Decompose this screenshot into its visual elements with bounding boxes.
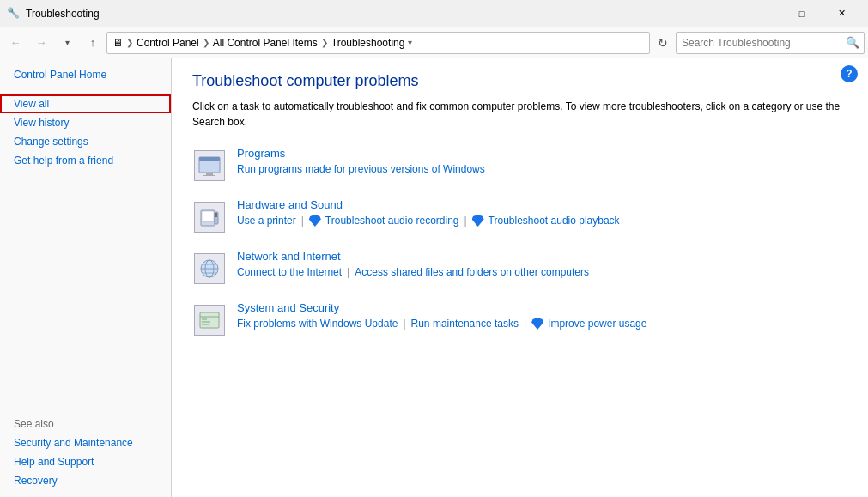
shield-icon-1 xyxy=(309,215,321,227)
maximize-button[interactable]: □ xyxy=(782,0,822,27)
sidebar-item-security-maintenance[interactable]: Security and Maintenance xyxy=(0,433,171,452)
path-arrow-3: ❯ xyxy=(321,38,328,47)
sidebar-item-get-help[interactable]: Get help from a friend xyxy=(0,151,171,170)
forward-button[interactable]: → xyxy=(29,31,53,55)
network-title[interactable]: Network and Internet xyxy=(237,250,341,263)
fix-windows-update-link[interactable]: Fix problems with Windows Update xyxy=(237,318,398,330)
system-info: System and Security Fix problems with Wi… xyxy=(237,301,847,330)
sidebar-item-control-panel-home[interactable]: Control Panel Home xyxy=(0,65,171,84)
shield-audio-playback: Troubleshoot audio playback xyxy=(472,215,620,227)
shield-icon-2 xyxy=(472,215,484,227)
path-segment-troubleshooting: Troubleshooting xyxy=(331,37,405,49)
path-arrow-2: ❯ xyxy=(203,38,209,47)
sidebar-spacer xyxy=(0,170,171,413)
system-icon-inner xyxy=(194,305,225,336)
search-input[interactable] xyxy=(677,37,841,49)
sidebar-item-recovery[interactable]: Recovery xyxy=(0,471,171,490)
sep-1: | xyxy=(301,215,304,227)
troubleshoot-audio-playback-link[interactable]: Troubleshoot audio playback xyxy=(489,215,620,227)
dropdown-nav-button[interactable]: ▾ xyxy=(55,31,79,55)
path-dropdown-button[interactable]: ▾ xyxy=(408,38,412,47)
network-icon-inner xyxy=(194,253,225,284)
search-box: 🔍 xyxy=(676,32,865,54)
svg-rect-18 xyxy=(202,324,209,325)
hardware-svg xyxy=(197,205,222,229)
title-bar-buttons: – □ ✕ xyxy=(743,0,861,27)
system-icon xyxy=(192,303,227,337)
page-description: Click on a task to automatically trouble… xyxy=(192,99,847,130)
programs-icon xyxy=(192,148,227,183)
svg-rect-5 xyxy=(202,211,214,221)
shield-power: Improve power usage xyxy=(531,318,646,330)
path-arrow-1: ❯ xyxy=(126,38,133,47)
svg-rect-17 xyxy=(202,321,210,323)
network-links: Connect to the Internet | Access shared … xyxy=(237,266,847,278)
programs-icon-inner xyxy=(194,150,225,181)
sidebar-item-view-history[interactable]: View history xyxy=(0,113,171,132)
sep-2: | xyxy=(464,215,466,227)
svg-rect-16 xyxy=(202,318,207,320)
see-also-label: See also xyxy=(0,413,171,433)
category-row-network: Network and Internet Connect to the Inte… xyxy=(192,250,847,286)
sidebar-item-change-settings[interactable]: Change settings xyxy=(0,132,171,151)
network-svg xyxy=(197,257,222,281)
hardware-icon-inner xyxy=(194,202,225,233)
sidebar-divider-1 xyxy=(0,84,171,94)
sep-3: | xyxy=(347,266,349,278)
svg-point-8 xyxy=(215,215,217,217)
hardware-title[interactable]: Hardware and Sound xyxy=(237,198,343,211)
category-row-system: System and Security Fix problems with Wi… xyxy=(192,301,847,337)
title-bar-text: Troubleshooting xyxy=(26,8,743,20)
page-title: Troubleshoot computer problems xyxy=(192,72,847,90)
system-title[interactable]: System and Security xyxy=(237,301,339,314)
hardware-icon xyxy=(192,200,227,234)
run-maintenance-link[interactable]: Run maintenance tasks xyxy=(411,318,519,330)
refresh-button[interactable]: ↻ xyxy=(652,32,674,54)
up-button[interactable]: ↑ xyxy=(81,31,105,55)
system-links: Fix problems with Windows Update | Run m… xyxy=(237,318,847,330)
hardware-links: Use a printer | Troubleshoot audio recor… xyxy=(237,215,847,227)
shield-audio-recording: Troubleshoot audio recording xyxy=(309,215,459,227)
main-container: Control Panel Home View all View history… xyxy=(0,58,868,497)
programs-svg xyxy=(197,154,222,178)
category-row-hardware: Hardware and Sound Use a printer | Troub… xyxy=(192,198,847,234)
run-programs-link[interactable]: Run programs made for previous versions … xyxy=(237,163,485,175)
network-icon xyxy=(192,252,227,286)
hardware-info: Hardware and Sound Use a printer | Troub… xyxy=(237,198,847,227)
content-area: ? Troubleshoot computer problems Click o… xyxy=(172,58,868,497)
programs-links: Run programs made for previous versions … xyxy=(237,163,847,175)
system-svg xyxy=(197,308,222,332)
help-button[interactable]: ? xyxy=(841,65,858,82)
path-segment-all-items: All Control Panel Items xyxy=(213,37,318,49)
shield-icon-3 xyxy=(531,318,543,330)
use-printer-link[interactable]: Use a printer xyxy=(237,215,296,227)
svg-point-7 xyxy=(215,213,217,215)
svg-rect-2 xyxy=(206,173,213,175)
sidebar-item-help-support[interactable]: Help and Support xyxy=(0,452,171,471)
connect-internet-link[interactable]: Connect to the Internet xyxy=(237,266,342,278)
access-shared-link[interactable]: Access shared files and folders on other… xyxy=(355,266,589,278)
address-bar: ← → ▾ ↑ 🖥 ❯ Control Panel ❯ All Control … xyxy=(0,27,868,58)
search-button[interactable]: 🔍 xyxy=(841,32,864,54)
improve-power-link[interactable]: Improve power usage xyxy=(548,318,646,330)
network-info: Network and Internet Connect to the Inte… xyxy=(237,250,847,278)
programs-info: Programs Run programs made for previous … xyxy=(237,147,847,175)
category-row-programs: Programs Run programs made for previous … xyxy=(192,147,847,183)
path-segment-1: 🖥 xyxy=(112,37,123,49)
sidebar-item-view-all[interactable]: View all xyxy=(0,94,171,113)
back-button[interactable]: ← xyxy=(3,31,27,55)
svg-rect-3 xyxy=(203,175,215,176)
title-bar: 🔧 Troubleshooting – □ ✕ xyxy=(0,0,868,27)
sep-4: | xyxy=(403,318,405,330)
sidebar: Control Panel Home View all View history… xyxy=(0,58,172,497)
svg-rect-1 xyxy=(199,157,220,161)
sep-5: | xyxy=(524,318,526,330)
troubleshoot-audio-recording-link[interactable]: Troubleshoot audio recording xyxy=(325,215,459,227)
path-segment-control-panel: Control Panel xyxy=(137,37,199,49)
app-icon: 🔧 xyxy=(7,7,21,21)
close-button[interactable]: ✕ xyxy=(822,0,861,27)
programs-title[interactable]: Programs xyxy=(237,147,285,160)
minimize-button[interactable]: – xyxy=(743,0,782,27)
address-path[interactable]: 🖥 ❯ Control Panel ❯ All Control Panel It… xyxy=(106,32,650,54)
